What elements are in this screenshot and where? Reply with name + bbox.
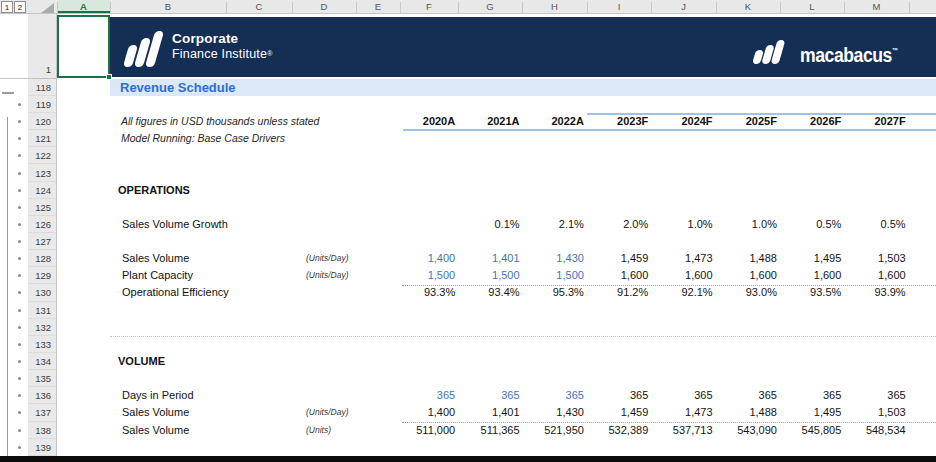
row-label[interactable]: Plant Capacity: [122, 267, 193, 284]
data-cell[interactable]: 1,500: [391, 267, 455, 284]
data-cell[interactable]: 1,500: [520, 267, 584, 284]
selected-cell-a1[interactable]: [57, 15, 110, 78]
row-header-118[interactable]: 118: [28, 79, 56, 96]
outline-level-1-button[interactable]: 1: [1, 1, 13, 13]
data-cell[interactable]: 93.0%: [713, 284, 777, 301]
data-cell[interactable]: 511,000: [391, 422, 455, 439]
selection-fill-handle[interactable]: [106, 74, 112, 80]
year-header-cell[interactable]: 2020A: [391, 113, 455, 130]
data-cell[interactable]: 1,500: [456, 267, 520, 284]
data-cell[interactable]: 93.3%: [391, 284, 455, 301]
data-cell[interactable]: 1,495: [777, 404, 841, 421]
data-cell[interactable]: 1,430: [520, 404, 584, 421]
row-header-132[interactable]: 132: [28, 319, 56, 336]
data-cell[interactable]: 1,459: [584, 250, 648, 267]
sheet-title-cell[interactable]: Revenue Schedule: [110, 79, 936, 96]
section-header-operations[interactable]: OPERATIONS: [118, 182, 190, 199]
data-cell[interactable]: 1,600: [777, 267, 841, 284]
row-label[interactable]: Sales Volume: [122, 404, 189, 421]
row-header-124[interactable]: 124: [28, 182, 56, 199]
column-header-b[interactable]: B: [165, 0, 171, 13]
row-header-138[interactable]: 138: [28, 422, 56, 439]
unit-label[interactable]: (Units): [306, 422, 331, 439]
data-cell[interactable]: 1,473: [649, 250, 713, 267]
data-cell[interactable]: 1.0%: [649, 216, 713, 233]
row-header-129[interactable]: 129: [28, 267, 56, 284]
year-header-cell[interactable]: 2024F: [649, 113, 713, 130]
data-cell[interactable]: 1,600: [649, 267, 713, 284]
data-cell[interactable]: 93.4%: [456, 284, 520, 301]
row-header-125[interactable]: 125: [28, 199, 56, 216]
figures-note-cell[interactable]: All figures in USD thousands unless stat…: [121, 113, 319, 130]
data-cell[interactable]: 1,488: [713, 404, 777, 421]
data-cell[interactable]: 1,401: [456, 250, 520, 267]
data-cell[interactable]: 0.5%: [842, 216, 906, 233]
data-cell[interactable]: 91.2%: [584, 284, 648, 301]
row-header-131[interactable]: 131: [28, 302, 56, 319]
row-header-122[interactable]: 122: [28, 147, 56, 164]
data-cell[interactable]: 1,495: [777, 250, 841, 267]
column-header-j[interactable]: J: [681, 0, 686, 13]
year-header-cell[interactable]: 2025F: [713, 113, 777, 130]
row-header-126[interactable]: 126: [28, 216, 56, 233]
unit-label[interactable]: (Units/Day): [306, 404, 349, 421]
data-cell[interactable]: 93.9%: [842, 284, 906, 301]
year-header-cell[interactable]: 2027F: [842, 113, 906, 130]
row-header-134[interactable]: 134: [28, 353, 56, 370]
data-cell[interactable]: 1,503: [842, 250, 906, 267]
row-header-128[interactable]: 128: [28, 250, 56, 267]
data-cell[interactable]: 1,488: [713, 250, 777, 267]
data-cell[interactable]: 511,365: [456, 422, 520, 439]
data-cell[interactable]: 365: [456, 387, 520, 404]
data-cell[interactable]: 548,534: [842, 422, 906, 439]
row-header-123[interactable]: 123: [28, 165, 56, 182]
select-all-corner[interactable]: [41, 3, 54, 13]
data-cell[interactable]: 1,400: [391, 250, 455, 267]
data-cell[interactable]: 543,090: [713, 422, 777, 439]
unit-label[interactable]: (Units/Day): [306, 267, 349, 284]
column-header-a[interactable]: A: [80, 0, 87, 13]
column-header-f[interactable]: F: [426, 0, 432, 13]
data-cell[interactable]: 1,600: [713, 267, 777, 284]
column-header-l[interactable]: L: [809, 0, 814, 13]
section-header-volume[interactable]: VOLUME: [118, 353, 165, 370]
row-header-127[interactable]: 127: [28, 233, 56, 250]
column-header-k[interactable]: K: [745, 0, 751, 13]
row-header-119[interactable]: 119: [28, 96, 56, 113]
outline-level-2-button[interactable]: 2: [14, 1, 26, 13]
data-cell[interactable]: 365: [391, 387, 455, 404]
column-header-m[interactable]: M: [873, 0, 881, 13]
column-header-d[interactable]: D: [321, 0, 328, 13]
data-cell[interactable]: 1,401: [456, 404, 520, 421]
data-cell[interactable]: 93.5%: [777, 284, 841, 301]
row-header-121[interactable]: 121: [28, 130, 56, 147]
data-cell[interactable]: 1,600: [584, 267, 648, 284]
data-cell[interactable]: 0.5%: [777, 216, 841, 233]
row-label[interactable]: Sales Volume: [122, 250, 189, 267]
column-header-i[interactable]: I: [618, 0, 621, 13]
column-header-e[interactable]: E: [375, 0, 381, 13]
data-cell[interactable]: 0.1%: [456, 216, 520, 233]
data-cell[interactable]: 1,503: [842, 404, 906, 421]
data-cell[interactable]: 1,600: [842, 267, 906, 284]
row-header-137[interactable]: 137: [28, 404, 56, 421]
row-header-120[interactable]: 120: [28, 113, 56, 130]
data-cell[interactable]: 2.0%: [584, 216, 648, 233]
data-cell[interactable]: 2.1%: [520, 216, 584, 233]
row-header-135[interactable]: 135: [28, 370, 56, 387]
data-cell[interactable]: 545,805: [777, 422, 841, 439]
unit-label[interactable]: (Units/Day): [306, 250, 349, 267]
data-cell[interactable]: 1,473: [649, 404, 713, 421]
data-cell[interactable]: 95.3%: [520, 284, 584, 301]
row-label[interactable]: Sales Volume Growth: [122, 216, 228, 233]
data-cell[interactable]: 537,713: [649, 422, 713, 439]
column-header-c[interactable]: C: [256, 0, 263, 13]
year-header-cell[interactable]: 2022A: [520, 113, 584, 130]
data-cell[interactable]: 532,389: [584, 422, 648, 439]
data-cell[interactable]: 92.1%: [649, 284, 713, 301]
row-header-130[interactable]: 130: [28, 284, 56, 301]
model-note-cell[interactable]: Model Running: Base Case Drivers: [121, 130, 285, 147]
column-header-g[interactable]: G: [486, 0, 493, 13]
row-label[interactable]: Operational Efficiency: [122, 284, 229, 301]
row-label[interactable]: Sales Volume: [122, 422, 189, 439]
